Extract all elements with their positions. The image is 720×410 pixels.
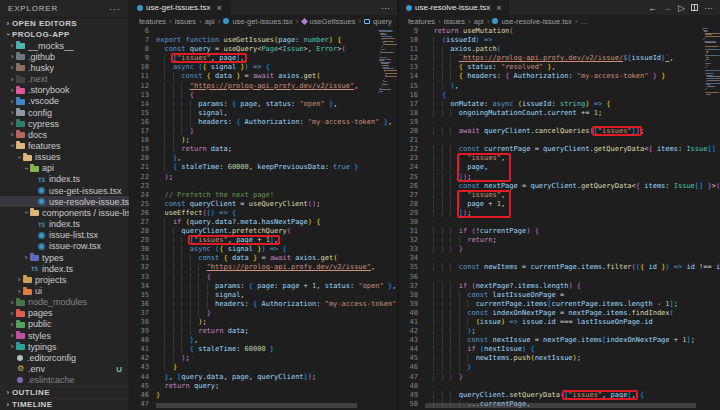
tree-item-api[interactable]: ›api bbox=[0, 163, 129, 174]
code-line[interactable]: 18 ongoingMutationCount.current += 1; bbox=[399, 109, 720, 118]
code-line[interactable]: 12 `https://prolog-api.profy.dev/v2/issu… bbox=[399, 54, 720, 63]
go-back-icon[interactable]: ← bbox=[648, 3, 657, 13]
chevron-right-icon[interactable]: › bbox=[8, 63, 16, 72]
code-line[interactable]: 26 useEffect(() => { bbox=[130, 209, 397, 218]
code-line[interactable]: 42 ); bbox=[130, 354, 397, 363]
code-line[interactable]: 39 return data; bbox=[130, 327, 397, 336]
chevron-right-icon[interactable]: › bbox=[8, 41, 16, 50]
tree-item-features[interactable]: ›features bbox=[0, 140, 129, 151]
tree-item-husky[interactable]: ›.husky bbox=[0, 62, 129, 73]
code-line[interactable]: 15 signal, bbox=[130, 109, 397, 118]
tree-item-storybook[interactable]: ›.storybook bbox=[0, 85, 129, 96]
run-icon[interactable]: ▷ bbox=[678, 3, 685, 13]
chevron-right-icon[interactable]: › bbox=[8, 331, 16, 340]
section-open-editors[interactable]: › OPEN EDITORS bbox=[0, 17, 129, 29]
code-line[interactable]: 28 page + 1, bbox=[399, 200, 720, 209]
code-line[interactable]: 34 bbox=[399, 254, 720, 263]
code-line[interactable]: 38 const lastIssueOnPage = bbox=[399, 291, 720, 300]
chevron-right-icon[interactable]: › bbox=[15, 275, 23, 284]
code-line[interactable]: 44 }, [query.data, page, queryClient]); bbox=[130, 373, 397, 382]
code-line[interactable]: 10 async ({ signal }) => { bbox=[130, 63, 397, 72]
tab-use-resolve-issue-tsx[interactable]: use-resolve-issue.tsx× bbox=[399, 0, 509, 15]
tree-item-issue-list-tsx[interactable]: issue-list.tsx bbox=[0, 230, 129, 241]
breadcrumb-item[interactable]: issues bbox=[175, 17, 196, 26]
tree-item-use-get-issues-tsx[interactable]: use-get-issues.tsx bbox=[0, 185, 129, 196]
code-line[interactable]: 11 axios.patch( bbox=[399, 45, 720, 54]
code-line[interactable]: 44 if (nextIssue) { bbox=[399, 345, 720, 354]
breadcrumb-item[interactable]: features bbox=[139, 17, 166, 26]
code-line[interactable]: 38 ); bbox=[130, 318, 397, 327]
tree-item-config[interactable]: ›config bbox=[0, 107, 129, 118]
code-line[interactable]: 49 queryClient.setQueryData(["issues", p… bbox=[399, 391, 720, 400]
code-line[interactable]: 43 const nextIssue = nextPage.items[inde… bbox=[399, 336, 720, 345]
section-outline[interactable]: › OUTLINE bbox=[0, 386, 129, 398]
chevron-right-icon[interactable]: › bbox=[15, 287, 23, 296]
more-actions-icon[interactable]: ··· bbox=[704, 3, 713, 13]
chevron-right-icon[interactable]: › bbox=[8, 86, 16, 95]
code-line[interactable]: 30 bbox=[399, 218, 720, 227]
code-line[interactable]: 43 } bbox=[130, 363, 397, 372]
tree-item-cypress[interactable]: ›cypress bbox=[0, 118, 129, 129]
chevron-right-icon[interactable]: › bbox=[8, 75, 16, 84]
code-line[interactable]: 16 { bbox=[399, 91, 720, 100]
tree-item-env[interactable]: ⚙.envU bbox=[0, 364, 129, 375]
go-forward-icon[interactable]: → bbox=[663, 3, 672, 13]
code-line[interactable]: 6 bbox=[130, 27, 397, 36]
code-line[interactable]: 13 { bbox=[130, 91, 397, 100]
code-line[interactable]: 37 } bbox=[130, 309, 397, 318]
chevron-right-icon[interactable]: › bbox=[8, 130, 16, 139]
tree-item-index-ts[interactable]: TSindex.ts bbox=[0, 174, 129, 185]
chevron-right-icon[interactable]: › bbox=[8, 342, 16, 351]
code-line[interactable]: 36 bbox=[399, 273, 720, 282]
tree-item-use-resolve-issue-tsx[interactable]: use-resolve-issue.tsx bbox=[0, 196, 129, 207]
breadcrumb-item[interactable]: issues bbox=[444, 17, 465, 26]
code-line[interactable]: 36 headers: { Authorization: "my-access-… bbox=[130, 300, 397, 309]
code-line[interactable]: 35 signal, bbox=[130, 291, 397, 300]
code-line[interactable]: 20 }, bbox=[130, 154, 397, 163]
tree-item-docs[interactable]: ›docs bbox=[0, 129, 129, 140]
code-line[interactable]: 22 const currentPage = queryClient.getQu… bbox=[399, 145, 720, 154]
code-line[interactable]: 48 bbox=[399, 382, 720, 391]
split-editor-icon[interactable] bbox=[691, 4, 698, 11]
chevron-right-icon[interactable]: › bbox=[8, 97, 16, 106]
tab-use-get-issues-tsx[interactable]: use-get-issues.tsx× bbox=[130, 0, 230, 15]
code-line[interactable]: 17 } bbox=[130, 127, 397, 136]
code-line[interactable]: 11 const { data } = await axios.get( bbox=[130, 72, 397, 81]
code-line[interactable]: 9 ["issues", page], bbox=[130, 54, 397, 63]
code-line[interactable]: 34 params: { page: page + 1, status: "op… bbox=[130, 282, 397, 291]
tree-item-issues[interactable]: ›issues bbox=[0, 152, 129, 163]
tree-item-vscode[interactable]: ›.vscode bbox=[0, 96, 129, 107]
breadcrumb-item[interactable]: query bbox=[373, 17, 392, 26]
breadcrumb-item[interactable]: use-get-issues.tsx bbox=[232, 17, 292, 26]
code-line[interactable]: 12 "https://prolog-api.profy.dev/v2/issu… bbox=[130, 82, 397, 91]
code-line[interactable]: 40 }, bbox=[130, 336, 397, 345]
code-line[interactable]: 25 ]); bbox=[399, 173, 720, 182]
code-line[interactable]: 32 "https://prolog-api.profy.dev/v2/issu… bbox=[130, 263, 397, 272]
breadcrumb-item[interactable]: api bbox=[474, 17, 484, 26]
code-line[interactable]: 14 params: { page, status: "open" }, bbox=[130, 100, 397, 109]
tree-item-next[interactable]: ›.next bbox=[0, 73, 129, 84]
tree-item-eslintcache[interactable]: .eslintcache bbox=[0, 375, 129, 386]
code-line[interactable]: 24 // Prefetch the next page! bbox=[130, 191, 397, 200]
code-line[interactable]: 33 { bbox=[130, 273, 397, 282]
tree-item-ui[interactable]: ›ui bbox=[0, 285, 129, 296]
code-line[interactable]: 23 "issues", bbox=[399, 154, 720, 163]
code-line[interactable]: 27 "issues", bbox=[399, 191, 720, 200]
horizontal-scrollbar[interactable] bbox=[425, 403, 696, 408]
code-line[interactable]: 29 ["issues", page + 1], bbox=[130, 236, 397, 245]
tree-item-typings[interactable]: ›typings bbox=[0, 341, 129, 352]
code-line[interactable]: 10 (issueId) => bbox=[399, 36, 720, 45]
tree-item-index-ts[interactable]: TSindex.ts bbox=[0, 263, 129, 274]
tree-item-styles[interactable]: ›styles bbox=[0, 330, 129, 341]
code-line[interactable]: 41 { staleTime: 60000 } bbox=[130, 345, 397, 354]
tree-item-components-issue-list[interactable]: ›components / issue-list bbox=[0, 207, 129, 218]
close-icon[interactable]: × bbox=[216, 3, 221, 13]
code-line[interactable]: 31 const { data } = await axios.get( bbox=[130, 254, 397, 263]
section-timeline[interactable]: › TIMELINE bbox=[0, 398, 129, 410]
chevron-right-icon[interactable]: › bbox=[8, 309, 16, 318]
code-line[interactable]: 24 page, bbox=[399, 163, 720, 172]
code-line[interactable]: 13 { status: "resolved" }, bbox=[399, 63, 720, 72]
code-line[interactable]: 33 } bbox=[399, 245, 720, 254]
breadcrumb-item[interactable]: useGetIssues bbox=[310, 17, 356, 26]
chevron-right-icon[interactable]: › bbox=[8, 108, 16, 117]
